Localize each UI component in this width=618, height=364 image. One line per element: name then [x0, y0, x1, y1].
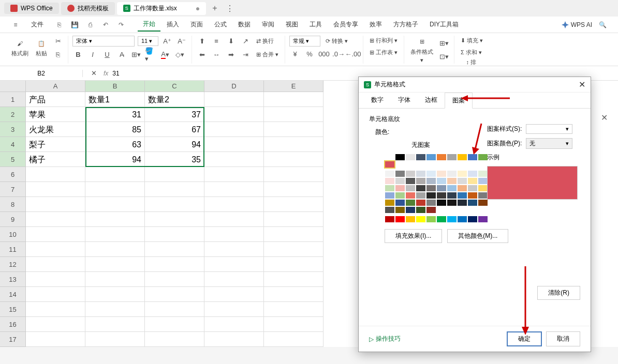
clear-format-icon[interactable]: ◇▾: [174, 49, 185, 60]
color-swatch[interactable]: [395, 192, 405, 199]
color-swatch[interactable]: [426, 154, 436, 161]
color-swatch[interactable]: [457, 154, 467, 161]
color-swatch[interactable]: [467, 154, 478, 161]
row-header-5[interactable]: 5: [0, 152, 26, 167]
tab-pattern[interactable]: 图案: [445, 93, 473, 109]
new-tab-button[interactable]: +: [208, 2, 221, 15]
menu-efficiency[interactable]: 效率: [364, 18, 387, 31]
color-swatch[interactable]: [426, 185, 436, 192]
side-panel-close-icon[interactable]: ✕: [601, 113, 608, 123]
color-swatch[interactable]: [416, 192, 426, 199]
cell-c3[interactable]: 67: [145, 122, 204, 137]
tips-link[interactable]: ▷ 操作技巧: [369, 335, 401, 343]
color-swatch[interactable]: [447, 170, 457, 177]
color-swatch[interactable]: [457, 216, 467, 223]
color-swatch[interactable]: [447, 192, 457, 199]
increase-font-icon[interactable]: A⁺: [161, 36, 173, 47]
ok-button[interactable]: 确定: [507, 331, 542, 346]
cell-d1[interactable]: [204, 92, 264, 107]
sort-button[interactable]: ↕ 排: [464, 57, 480, 67]
dialog-titlebar[interactable]: S 单元格格式 ✕: [359, 77, 591, 93]
clear-button[interactable]: 清除(R): [537, 286, 580, 300]
color-swatch[interactable]: [426, 199, 436, 206]
cell-a3[interactable]: 火龙果: [26, 122, 85, 137]
cell-d5[interactable]: [204, 152, 264, 167]
pattern-style-select[interactable]: ▾: [526, 124, 572, 134]
tab-number[interactable]: 数字: [364, 93, 391, 108]
menu-fangfang[interactable]: 方方格子: [388, 18, 423, 31]
cell-d4[interactable]: [204, 137, 264, 152]
color-swatch[interactable]: [467, 199, 478, 206]
menu-diy[interactable]: DIY工具箱: [424, 18, 464, 31]
pattern-color-select[interactable]: 无▾: [526, 138, 572, 149]
col-header-b[interactable]: B: [85, 81, 145, 92]
file-menu[interactable]: 文件: [26, 18, 49, 31]
number-format-select[interactable]: 常规 ▾: [289, 36, 320, 47]
tab-menu-button[interactable]: ⋮: [222, 2, 238, 16]
cell-e4[interactable]: [264, 137, 323, 152]
row-header-4[interactable]: 4: [0, 137, 26, 152]
more-colors-button[interactable]: 其他颜色(M)...: [447, 229, 508, 243]
row-header-16[interactable]: 16: [0, 317, 26, 332]
row-header-8[interactable]: 8: [0, 197, 26, 212]
menu-formula[interactable]: 公式: [209, 18, 232, 31]
color-swatch[interactable]: [395, 154, 405, 161]
wrap-button[interactable]: ⇄ 换行: [254, 36, 276, 46]
cell-b4[interactable]: 63: [85, 137, 145, 152]
cell-b1[interactable]: 数量1: [85, 92, 145, 107]
color-swatch[interactable]: [478, 170, 488, 177]
formula-input[interactable]: [112, 70, 613, 77]
cond-format-button[interactable]: ⊞ 条件格式▾: [408, 36, 435, 65]
cell-e1[interactable]: [264, 92, 323, 107]
rows-cols-button[interactable]: ⊞ 行和列▾: [367, 36, 400, 46]
fx-icon[interactable]: fx: [104, 70, 108, 77]
color-swatch[interactable]: [447, 154, 457, 161]
color-swatch[interactable]: [467, 177, 478, 185]
color-swatch[interactable]: [385, 192, 395, 199]
color-swatch[interactable]: [385, 161, 395, 168]
menu-insert[interactable]: 插入: [161, 18, 184, 31]
color-swatch[interactable]: [426, 177, 436, 185]
undo-icon[interactable]: ↶: [100, 20, 111, 30]
tab-border[interactable]: 边框: [418, 93, 445, 108]
menu-home[interactable]: 开始: [138, 18, 160, 32]
color-swatch[interactable]: [478, 216, 488, 223]
cell-a1[interactable]: 产品: [26, 92, 85, 107]
color-swatch[interactable]: [426, 206, 436, 214]
cell-a5[interactable]: 橘子: [26, 152, 85, 167]
color-swatch[interactable]: [436, 185, 447, 192]
increase-decimal-icon[interactable]: ←.00: [347, 49, 359, 60]
color-swatch[interactable]: [385, 170, 395, 177]
color-swatch[interactable]: [457, 185, 467, 192]
cut-icon[interactable]: ✂: [52, 36, 64, 47]
align-center-icon[interactable]: ↔: [211, 49, 222, 60]
search-icon[interactable]: 🔍: [597, 20, 608, 30]
cancel-edit-icon[interactable]: ✕: [88, 68, 99, 79]
worksheet-button[interactable]: ⊞ 工作表▾: [367, 48, 400, 57]
color-swatch[interactable]: [436, 192, 447, 199]
color-swatch[interactable]: [447, 185, 457, 192]
color-swatch[interactable]: [426, 216, 436, 223]
color-swatch[interactable]: [416, 206, 426, 214]
color-swatch[interactable]: [405, 185, 416, 192]
color-swatch[interactable]: [436, 154, 447, 161]
color-swatch[interactable]: [405, 206, 416, 214]
row-header-17[interactable]: 17: [0, 332, 26, 347]
row-header-11[interactable]: 11: [0, 242, 26, 257]
color-swatch[interactable]: [395, 170, 405, 177]
print-icon[interactable]: ⎙: [85, 20, 95, 30]
color-swatch[interactable]: [385, 206, 395, 214]
color-swatch[interactable]: [478, 199, 488, 206]
menu-review[interactable]: 审阅: [257, 18, 279, 31]
tab-wps-home[interactable]: WPS Office: [4, 3, 59, 14]
menu-hamburger-icon[interactable]: ≡: [10, 20, 21, 30]
color-swatch[interactable]: [478, 177, 488, 185]
table-styles-icon[interactable]: ⊡▾: [438, 51, 450, 63]
cell-c4[interactable]: 94: [145, 137, 204, 152]
color-swatch[interactable]: [395, 185, 405, 192]
color-swatch[interactable]: [385, 177, 395, 185]
align-left-icon[interactable]: ⬅: [196, 49, 208, 60]
decrease-decimal-icon[interactable]: .0→: [333, 49, 344, 60]
font-size-select[interactable]: 11 ▾: [138, 36, 158, 46]
align-middle-icon[interactable]: ≡: [211, 36, 222, 47]
